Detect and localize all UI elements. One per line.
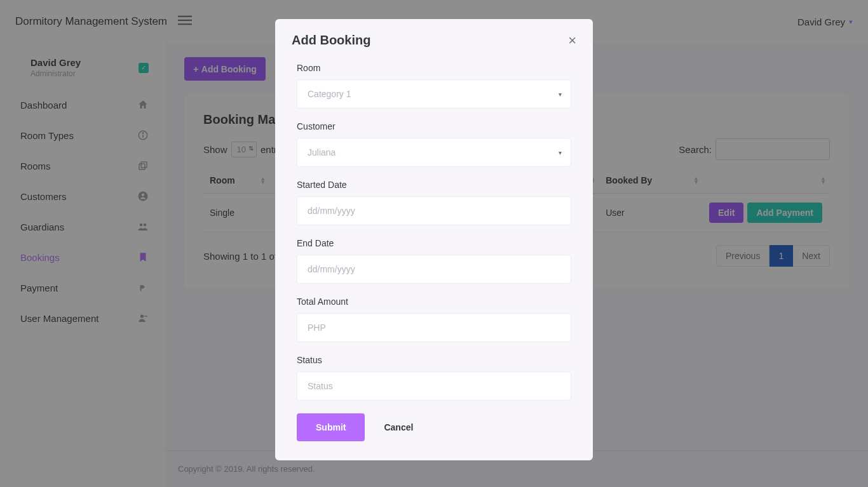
end-date-label: End Date	[297, 238, 571, 248]
customer-select-value: Juliana	[308, 147, 336, 157]
start-date-input[interactable]	[297, 196, 571, 225]
modal-header: Add Booking ×	[275, 19, 593, 54]
add-booking-modal: Add Booking × Room Category 1 Customer J…	[275, 19, 593, 460]
modal-actions: Submit Cancel	[275, 413, 593, 441]
close-icon[interactable]: ×	[568, 34, 576, 48]
modal-title: Add Booking	[292, 33, 370, 48]
customer-label: Customer	[297, 121, 571, 131]
customer-select[interactable]: Juliana	[297, 138, 571, 167]
cancel-button[interactable]: Cancel	[384, 422, 413, 432]
room-select[interactable]: Category 1	[297, 79, 571, 109]
status-label: Status	[297, 355, 571, 365]
modal-body: Room Category 1 Customer Juliana Started…	[275, 54, 593, 401]
room-label: Room	[297, 63, 571, 73]
end-date-input[interactable]	[297, 255, 571, 284]
start-date-label: Started Date	[297, 180, 571, 190]
total-amount-input[interactable]	[297, 313, 571, 342]
submit-button[interactable]: Submit	[297, 413, 365, 441]
room-select-value: Category 1	[308, 89, 351, 99]
total-amount-label: Total Amount	[297, 297, 571, 307]
status-input[interactable]	[297, 371, 571, 401]
